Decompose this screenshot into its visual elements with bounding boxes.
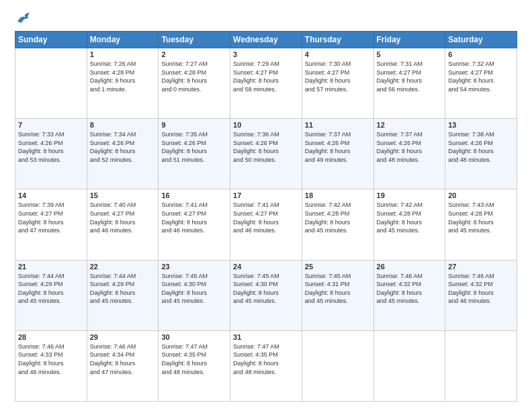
logo-bird-icon — [16, 12, 31, 24]
day-number: 1 — [90, 50, 156, 58]
calendar-header-row: SundayMondayTuesdayWednesdayThursdayFrid… — [15, 32, 517, 48]
day-number: 18 — [305, 191, 371, 199]
day-number: 26 — [377, 263, 443, 271]
day-info: Sunrise: 7:26 AM Sunset: 4:28 PM Dayligh… — [90, 60, 156, 93]
calendar-cell: 11Sunrise: 7:37 AM Sunset: 4:26 PM Dayli… — [302, 119, 373, 189]
calendar-day-header: Friday — [373, 32, 445, 48]
day-number: 9 — [161, 121, 227, 129]
calendar-cell: 18Sunrise: 7:42 AM Sunset: 4:28 PM Dayli… — [302, 189, 373, 260]
calendar-cell: 20Sunrise: 7:43 AM Sunset: 4:28 PM Dayli… — [445, 189, 517, 260]
calendar-cell: 1Sunrise: 7:26 AM Sunset: 4:28 PM Daylig… — [87, 48, 159, 119]
day-number: 23 — [161, 263, 227, 271]
day-number: 5 — [377, 50, 443, 58]
calendar-cell: 29Sunrise: 7:46 AM Sunset: 4:34 PM Dayli… — [87, 330, 159, 401]
day-info: Sunrise: 7:38 AM Sunset: 4:26 PM Dayligh… — [448, 130, 514, 164]
day-info: Sunrise: 7:33 AM Sunset: 4:26 PM Dayligh… — [18, 130, 84, 164]
calendar-cell — [15, 48, 87, 119]
calendar-cell: 23Sunrise: 7:45 AM Sunset: 4:30 PM Dayli… — [159, 260, 230, 330]
calendar-day-header: Saturday — [445, 32, 517, 48]
calendar-cell: 28Sunrise: 7:46 AM Sunset: 4:33 PM Dayli… — [15, 330, 87, 401]
day-info: Sunrise: 7:30 AM Sunset: 4:27 PM Dayligh… — [305, 60, 371, 93]
day-info: Sunrise: 7:37 AM Sunset: 4:26 PM Dayligh… — [305, 130, 371, 164]
calendar-cell: 15Sunrise: 7:40 AM Sunset: 4:27 PM Dayli… — [87, 189, 159, 260]
day-number: 31 — [233, 333, 299, 341]
day-number: 20 — [448, 191, 514, 199]
day-number: 12 — [377, 121, 443, 129]
day-number: 10 — [233, 121, 299, 129]
day-info: Sunrise: 7:27 AM Sunset: 4:28 PM Dayligh… — [161, 60, 227, 93]
day-info: Sunrise: 7:31 AM Sunset: 4:27 PM Dayligh… — [377, 60, 443, 93]
day-number: 24 — [233, 263, 299, 271]
day-info: Sunrise: 7:45 AM Sunset: 4:31 PM Dayligh… — [305, 272, 371, 306]
day-info: Sunrise: 7:43 AM Sunset: 4:28 PM Dayligh… — [448, 201, 514, 234]
day-info: Sunrise: 7:42 AM Sunset: 4:28 PM Dayligh… — [305, 201, 371, 234]
day-number: 14 — [18, 191, 84, 199]
day-number: 21 — [18, 263, 84, 271]
day-number: 22 — [90, 263, 156, 271]
calendar-cell — [302, 330, 373, 401]
calendar-week-row: 21Sunrise: 7:44 AM Sunset: 4:29 PM Dayli… — [15, 260, 517, 330]
calendar-cell: 9Sunrise: 7:35 AM Sunset: 4:26 PM Daylig… — [159, 119, 230, 189]
day-number: 4 — [305, 50, 371, 58]
day-number: 13 — [448, 121, 514, 129]
day-number: 25 — [305, 263, 371, 271]
day-info: Sunrise: 7:41 AM Sunset: 4:27 PM Dayligh… — [161, 201, 227, 234]
calendar-cell: 27Sunrise: 7:46 AM Sunset: 4:32 PM Dayli… — [445, 260, 517, 330]
calendar-cell: 5Sunrise: 7:31 AM Sunset: 4:27 PM Daylig… — [373, 48, 445, 119]
day-info: Sunrise: 7:36 AM Sunset: 4:26 PM Dayligh… — [233, 130, 299, 164]
day-info: Sunrise: 7:40 AM Sunset: 4:27 PM Dayligh… — [90, 201, 156, 234]
calendar-cell: 3Sunrise: 7:29 AM Sunset: 4:27 PM Daylig… — [230, 48, 302, 119]
day-number: 27 — [448, 263, 514, 271]
page: SundayMondayTuesdayWednesdayThursdayFrid… — [0, 0, 532, 411]
calendar-cell: 19Sunrise: 7:42 AM Sunset: 4:28 PM Dayli… — [373, 189, 445, 260]
day-info: Sunrise: 7:41 AM Sunset: 4:27 PM Dayligh… — [233, 201, 299, 234]
day-info: Sunrise: 7:46 AM Sunset: 4:32 PM Dayligh… — [377, 272, 443, 306]
calendar-week-row: 7Sunrise: 7:33 AM Sunset: 4:26 PM Daylig… — [15, 119, 517, 189]
calendar-week-row: 28Sunrise: 7:46 AM Sunset: 4:33 PM Dayli… — [15, 330, 517, 401]
day-info: Sunrise: 7:34 AM Sunset: 4:26 PM Dayligh… — [90, 130, 156, 164]
day-number: 7 — [18, 121, 84, 129]
calendar-cell: 12Sunrise: 7:37 AM Sunset: 4:26 PM Dayli… — [373, 119, 445, 189]
calendar-cell: 13Sunrise: 7:38 AM Sunset: 4:26 PM Dayli… — [445, 119, 517, 189]
calendar-cell — [373, 330, 445, 401]
calendar-cell: 6Sunrise: 7:32 AM Sunset: 4:27 PM Daylig… — [445, 48, 517, 119]
calendar-table: SundayMondayTuesdayWednesdayThursdayFrid… — [15, 31, 517, 402]
day-number: 15 — [90, 191, 156, 199]
calendar-cell: 30Sunrise: 7:47 AM Sunset: 4:35 PM Dayli… — [159, 330, 230, 401]
calendar-cell: 31Sunrise: 7:47 AM Sunset: 4:35 PM Dayli… — [230, 330, 302, 401]
calendar-cell: 10Sunrise: 7:36 AM Sunset: 4:26 PM Dayli… — [230, 119, 302, 189]
day-number: 19 — [377, 191, 443, 199]
calendar-cell: 24Sunrise: 7:45 AM Sunset: 4:30 PM Dayli… — [230, 260, 302, 330]
calendar-week-row: 1Sunrise: 7:26 AM Sunset: 4:28 PM Daylig… — [15, 48, 517, 119]
day-info: Sunrise: 7:32 AM Sunset: 4:27 PM Dayligh… — [448, 60, 514, 93]
calendar-cell: 21Sunrise: 7:44 AM Sunset: 4:29 PM Dayli… — [15, 260, 87, 330]
day-number: 2 — [161, 50, 227, 58]
day-info: Sunrise: 7:47 AM Sunset: 4:35 PM Dayligh… — [233, 342, 299, 376]
day-number: 28 — [18, 333, 84, 341]
day-info: Sunrise: 7:46 AM Sunset: 4:32 PM Dayligh… — [448, 272, 514, 306]
day-info: Sunrise: 7:42 AM Sunset: 4:28 PM Dayligh… — [377, 201, 443, 234]
day-number: 8 — [90, 121, 156, 129]
day-info: Sunrise: 7:45 AM Sunset: 4:30 PM Dayligh… — [161, 272, 227, 306]
calendar-cell: 25Sunrise: 7:45 AM Sunset: 4:31 PM Dayli… — [302, 260, 373, 330]
day-number: 17 — [233, 191, 299, 199]
calendar-cell: 26Sunrise: 7:46 AM Sunset: 4:32 PM Dayli… — [373, 260, 445, 330]
calendar-day-header: Tuesday — [159, 32, 230, 48]
logo — [15, 12, 31, 24]
day-info: Sunrise: 7:39 AM Sunset: 4:27 PM Dayligh… — [18, 201, 84, 234]
calendar-cell: 7Sunrise: 7:33 AM Sunset: 4:26 PM Daylig… — [15, 119, 87, 189]
calendar-cell: 16Sunrise: 7:41 AM Sunset: 4:27 PM Dayli… — [159, 189, 230, 260]
day-info: Sunrise: 7:44 AM Sunset: 4:29 PM Dayligh… — [90, 272, 156, 306]
calendar-cell: 4Sunrise: 7:30 AM Sunset: 4:27 PM Daylig… — [302, 48, 373, 119]
calendar-week-row: 14Sunrise: 7:39 AM Sunset: 4:27 PM Dayli… — [15, 189, 517, 260]
calendar-cell: 8Sunrise: 7:34 AM Sunset: 4:26 PM Daylig… — [87, 119, 159, 189]
calendar-cell: 2Sunrise: 7:27 AM Sunset: 4:28 PM Daylig… — [159, 48, 230, 119]
calendar-cell: 22Sunrise: 7:44 AM Sunset: 4:29 PM Dayli… — [87, 260, 159, 330]
header — [15, 12, 517, 24]
day-info: Sunrise: 7:44 AM Sunset: 4:29 PM Dayligh… — [18, 272, 84, 306]
calendar-day-header: Sunday — [15, 32, 87, 48]
calendar-cell: 17Sunrise: 7:41 AM Sunset: 4:27 PM Dayli… — [230, 189, 302, 260]
calendar-day-header: Wednesday — [230, 32, 302, 48]
day-number: 29 — [90, 333, 156, 341]
day-number: 11 — [305, 121, 371, 129]
